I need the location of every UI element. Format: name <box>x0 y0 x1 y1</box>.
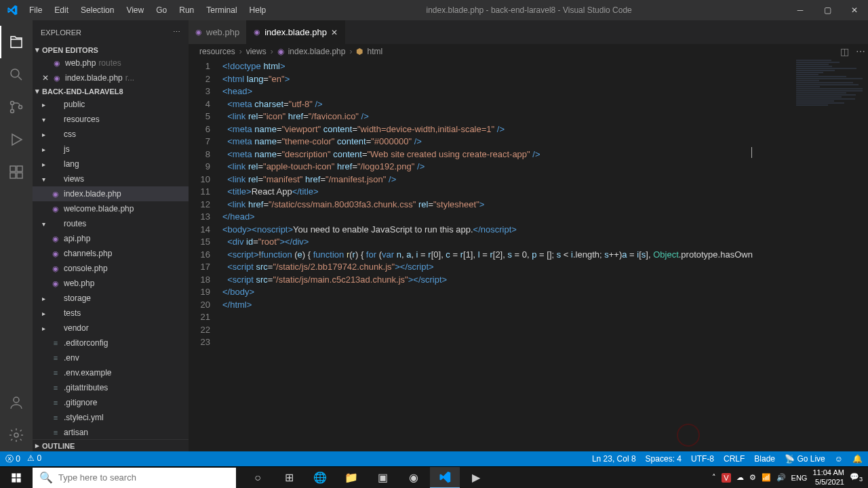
file-item[interactable]: ≡.gitignore <box>33 395 189 410</box>
breadcrumb-segment[interactable]: resources <box>199 47 235 56</box>
breadcrumb-segment[interactable]: index.blade.php <box>288 47 346 56</box>
code-editor[interactable]: 1234567891011121314151617181920212223 <!… <box>189 59 868 451</box>
tray-onedrive-icon[interactable]: ☁ <box>736 473 744 482</box>
tray-chevron-icon[interactable]: ˄ <box>712 473 716 482</box>
notifications-icon[interactable]: 🔔 <box>852 454 863 464</box>
open-editor-item[interactable]: ✕◉index.blade.php r... <box>33 70 189 85</box>
file-item[interactable]: ◉api.php <box>33 231 189 246</box>
minimize-button[interactable]: ─ <box>787 0 814 20</box>
file-item[interactable]: ◉web.php <box>33 276 189 291</box>
tray-wifi-icon[interactable]: 📶 <box>762 473 771 482</box>
sidebar-more-icon[interactable]: ⋯ <box>173 28 180 37</box>
tray-language[interactable]: ENG <box>791 474 808 482</box>
source-control-icon[interactable] <box>0 91 33 123</box>
account-icon[interactable] <box>0 386 33 419</box>
tree-label: lang <box>64 159 79 169</box>
close-window-button[interactable]: ✕ <box>841 0 868 20</box>
tray-volume-icon[interactable]: 🔊 <box>776 473 786 482</box>
file-explorer-icon[interactable]: 📁 <box>336 467 366 489</box>
settings-gear-icon[interactable] <box>0 419 33 451</box>
folder-item[interactable]: ▸public <box>33 97 189 112</box>
folder-item[interactable]: ▸lang <box>33 157 189 171</box>
menu-view[interactable]: View <box>121 3 149 18</box>
file-item[interactable]: ◉console.php <box>33 261 189 276</box>
encoding[interactable]: UTF-8 <box>691 454 714 464</box>
file-item[interactable]: ◉index.blade.php <box>33 186 189 201</box>
file-item[interactable]: ≡.editorconfig <box>33 336 189 350</box>
maximize-button[interactable]: ▢ <box>814 0 841 20</box>
split-editor-icon[interactable]: ◫ <box>840 46 849 57</box>
folder-item[interactable]: ▸css <box>33 127 189 142</box>
file-item[interactable]: ◉welcome.blade.php <box>33 201 189 216</box>
terminal-icon[interactable]: ▣ <box>368 467 397 489</box>
folder-item[interactable]: ▾resources <box>33 112 189 127</box>
chevron-icon: ▸ <box>42 131 50 138</box>
start-button[interactable] <box>0 467 33 489</box>
status-errors[interactable]: ⓧ 0 <box>5 453 20 465</box>
feedback-icon[interactable]: ☺ <box>835 454 843 464</box>
minimap[interactable] <box>793 59 868 289</box>
eol[interactable]: CRLF <box>724 454 745 464</box>
menu-go[interactable]: Go <box>151 3 172 18</box>
indent-setting[interactable]: Spaces: 4 <box>646 454 682 464</box>
menu-selection[interactable]: Selection <box>75 3 119 18</box>
run-debug-icon[interactable] <box>0 123 33 156</box>
language-mode[interactable]: Blade <box>754 454 775 464</box>
txt-icon: ≡ <box>50 369 61 377</box>
breadcrumb-segment[interactable]: html <box>367 47 382 56</box>
project-section[interactable]: ▾BACK-END-LARAVEL8 <box>33 85 189 97</box>
menu-help[interactable]: Help <box>244 3 272 18</box>
menu-file[interactable]: File <box>24 3 47 18</box>
folder-item[interactable]: ▸storage <box>33 291 189 306</box>
svg-rect-7 <box>17 173 22 178</box>
php-icon: ◉ <box>50 249 61 258</box>
edge-icon[interactable]: 🌐 <box>305 467 335 489</box>
file-item[interactable]: ≡.env.example <box>33 365 189 380</box>
code-content[interactable]: <!doctype html><html lang="en"><head> <m… <box>222 59 868 451</box>
breadcrumb-segment[interactable]: views <box>246 47 267 56</box>
folder-item[interactable]: ▸tests <box>33 306 189 321</box>
cursor-position[interactable]: Ln 23, Col 8 <box>592 454 636 464</box>
tree-label: resources <box>64 115 100 124</box>
tray-app-icon[interactable]: V <box>722 473 730 483</box>
open-editor-item[interactable]: ◉web.php routes <box>33 56 189 70</box>
tray-network-icon[interactable]: ⚙ <box>749 473 756 482</box>
tree-label: .editorconfig <box>64 338 108 348</box>
task-view-icon[interactable]: ⊞ <box>274 467 304 489</box>
go-live-button[interactable]: 📡 Go Live <box>785 454 825 464</box>
php-file-icon: ◉ <box>52 59 62 68</box>
outline-section[interactable]: ▸OUTLINE <box>33 439 189 451</box>
breadcrumbs[interactable]: resources›views›◉ index.blade.php›⬢ html <box>189 44 868 59</box>
extensions-icon[interactable] <box>0 156 33 188</box>
editor-tab[interactable]: ◉index.blade.php✕ <box>247 20 345 44</box>
search-input[interactable] <box>58 472 229 483</box>
system-clock[interactable]: 11:04 AM5/5/2021 <box>812 468 844 486</box>
open-editors-section[interactable]: ▾OPEN EDITORS <box>33 44 189 56</box>
folder-item[interactable]: ▸js <box>33 142 189 157</box>
folder-item[interactable]: ▸vendor <box>33 321 189 336</box>
file-item[interactable]: ◉channels.php <box>33 246 189 261</box>
cortana-icon[interactable]: ○ <box>243 467 273 489</box>
notification-center-icon[interactable]: 💬3 <box>850 472 863 483</box>
folder-item[interactable]: ▾views <box>33 171 189 186</box>
status-warnings[interactable]: ⚠ 0 <box>27 453 41 465</box>
powershell-icon[interactable]: ▶ <box>461 467 491 489</box>
taskbar-search[interactable]: 🔍 <box>33 468 236 488</box>
window-title: index.blade.php - back-end-laravel8 - Vi… <box>271 5 787 15</box>
menu-terminal[interactable]: Terminal <box>201 3 242 18</box>
file-item[interactable]: ≡.styleci.yml <box>33 410 189 425</box>
vscode-taskbar-icon[interactable] <box>430 467 460 489</box>
editor-more-icon[interactable]: ⋯ <box>856 46 865 57</box>
folder-item[interactable]: ▾routes <box>33 216 189 231</box>
close-icon[interactable]: ✕ <box>42 73 49 83</box>
close-tab-icon[interactable]: ✕ <box>331 28 338 37</box>
file-item[interactable]: ≡.env <box>33 350 189 365</box>
search-icon[interactable] <box>0 58 33 91</box>
explorer-icon[interactable] <box>0 26 33 58</box>
menu-run[interactable]: Run <box>174 3 199 18</box>
file-item[interactable]: ≡.gitattributes <box>33 380 189 395</box>
menu-edit[interactable]: Edit <box>49 3 74 18</box>
file-item[interactable]: ≡artisan <box>33 425 189 439</box>
chrome-icon[interactable]: ◉ <box>399 467 429 489</box>
editor-tab[interactable]: ◉web.php <box>189 20 247 44</box>
